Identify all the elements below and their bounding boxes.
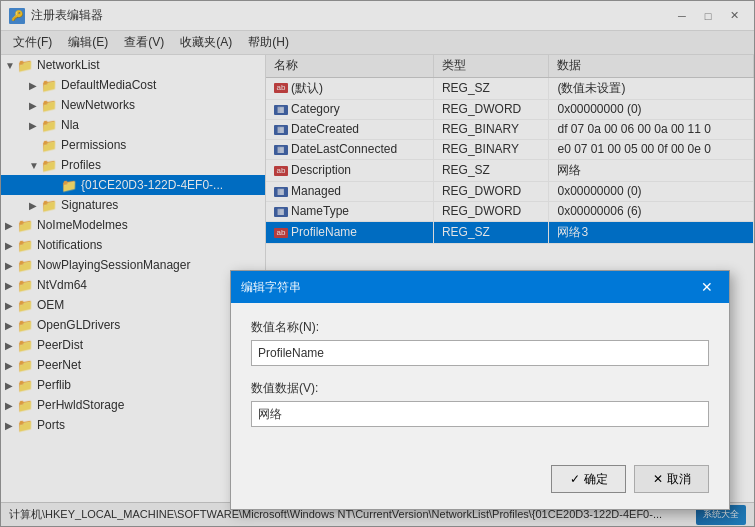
cancel-label: 取消 <box>667 471 691 488</box>
ok-icon: ✓ <box>570 472 580 486</box>
name-field: 数值名称(N): <box>251 319 709 366</box>
data-field: 数值数据(V): <box>251 380 709 427</box>
data-label: 数值数据(V): <box>251 380 709 397</box>
dialog-title: 编辑字符串 <box>241 279 301 296</box>
dialog-overlay: 编辑字符串 ✕ 数值名称(N): 数值数据(V): ✓ 确定 ✕ 取消 <box>0 0 755 527</box>
ok-label: 确定 <box>584 471 608 488</box>
dialog-buttons: ✓ 确定 ✕ 取消 <box>231 457 729 509</box>
name-input[interactable] <box>251 340 709 366</box>
value-input-container <box>251 401 709 427</box>
name-label: 数值名称(N): <box>251 319 709 336</box>
dialog-body: 数值名称(N): 数值数据(V): <box>231 303 729 457</box>
ok-button[interactable]: ✓ 确定 <box>551 465 626 493</box>
dialog-title-bar: 编辑字符串 ✕ <box>231 271 729 303</box>
cancel-icon: ✕ <box>653 472 663 486</box>
cancel-button[interactable]: ✕ 取消 <box>634 465 709 493</box>
dialog-close-button[interactable]: ✕ <box>695 275 719 299</box>
value-input[interactable] <box>251 401 709 427</box>
edit-string-dialog: 编辑字符串 ✕ 数值名称(N): 数值数据(V): ✓ 确定 ✕ 取消 <box>230 270 730 510</box>
